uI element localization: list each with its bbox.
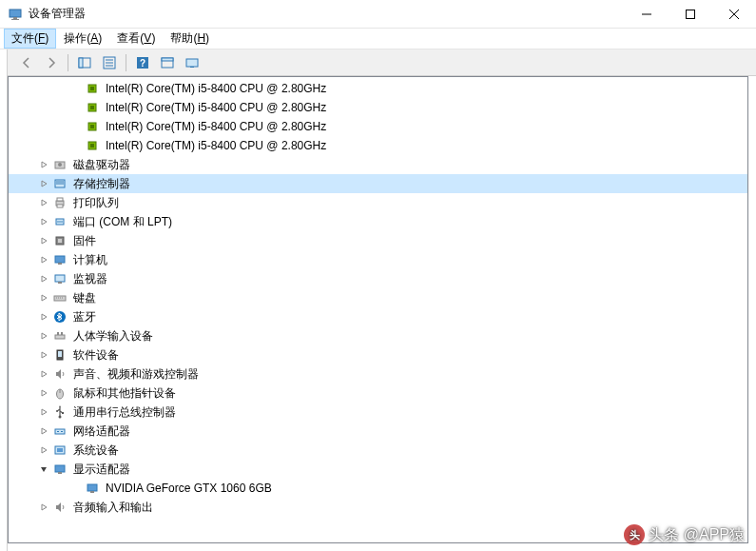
category-storage-controllers[interactable]: 存储控制器 xyxy=(9,174,747,193)
expander-icon[interactable] xyxy=(37,215,50,228)
bluetooth-icon xyxy=(52,309,68,325)
category-network[interactable]: 网络适配器 xyxy=(9,422,747,441)
tree-item-label: 计算机 xyxy=(71,251,109,269)
expander-icon[interactable] xyxy=(37,177,50,190)
forward-button[interactable] xyxy=(40,52,63,73)
expander-icon[interactable] xyxy=(37,329,50,343)
window-controls xyxy=(625,0,756,28)
expander-icon[interactable] xyxy=(37,158,50,171)
svg-rect-20 xyxy=(90,87,94,90)
expander-icon[interactable] xyxy=(37,501,50,514)
expander-icon[interactable] xyxy=(37,272,50,285)
category-display[interactable]: 显示适配器 xyxy=(9,460,747,479)
app-icon xyxy=(8,7,23,22)
close-button[interactable] xyxy=(712,0,756,29)
svg-rect-2 xyxy=(11,19,19,20)
category-usb[interactable]: 通用串行总线控制器 xyxy=(9,403,747,422)
display-icon xyxy=(85,481,100,496)
expander-icon[interactable] xyxy=(37,424,50,438)
tree-item-label: Intel(R) Core(TM) i5-8400 CPU @ 2.80GHz xyxy=(104,100,328,115)
svg-rect-8 xyxy=(79,58,83,68)
hid-icon xyxy=(52,328,68,344)
monitor-icon xyxy=(52,271,68,286)
svg-rect-61 xyxy=(55,465,65,472)
maximize-button[interactable] xyxy=(669,0,712,29)
svg-point-28 xyxy=(58,163,62,167)
category-audio-io[interactable]: 音频输入和输出 xyxy=(9,498,747,517)
category-hid[interactable]: 人体学输入设备 xyxy=(9,326,747,345)
view-button[interactable] xyxy=(181,52,204,73)
category-computer[interactable]: 计算机 xyxy=(9,250,747,269)
mouse-icon xyxy=(52,385,68,401)
expander-icon[interactable] xyxy=(37,405,50,419)
svg-point-34 xyxy=(57,221,59,223)
expander-icon[interactable] xyxy=(37,310,50,324)
sound-icon xyxy=(52,366,68,382)
svg-rect-64 xyxy=(90,491,94,493)
tree-item-label: 磁盘驱动器 xyxy=(71,156,132,174)
expander-icon[interactable] xyxy=(37,443,50,457)
cpu-core-item[interactable]: Intel(R) Core(TM) i5-8400 CPU @ 2.80GHz xyxy=(9,136,747,155)
computer-icon xyxy=(52,252,68,267)
tree-item-label: Intel(R) Core(TM) i5-8400 CPU @ 2.80GHz xyxy=(104,138,328,153)
disk-icon xyxy=(52,157,68,172)
show-hide-tree-button[interactable] xyxy=(73,52,96,73)
expander-icon[interactable] xyxy=(37,196,50,209)
menu-bar: 文件(F) 操作(A) 查看(V) 帮助(H) xyxy=(0,29,756,49)
category-mice[interactable]: 鼠标和其他指针设备 xyxy=(9,384,747,403)
svg-point-54 xyxy=(56,410,58,412)
category-keyboards[interactable]: 键盘 xyxy=(9,288,747,307)
scan-button[interactable] xyxy=(156,52,179,73)
cpu-core-item[interactable]: Intel(R) Core(TM) i5-8400 CPU @ 2.80GHz xyxy=(9,117,747,136)
device-tree-panel[interactable]: Intel(R) Core(TM) i5-8400 CPU @ 2.80GHzI… xyxy=(8,76,748,543)
svg-rect-57 xyxy=(57,431,59,432)
display-icon xyxy=(52,462,68,477)
expander-icon[interactable] xyxy=(37,253,50,266)
storage-icon xyxy=(52,176,68,191)
category-system[interactable]: 系统设备 xyxy=(9,441,747,460)
menu-action[interactable]: 操作(A) xyxy=(56,29,109,49)
category-bluetooth[interactable]: 蓝牙 xyxy=(9,307,747,326)
category-software-devices[interactable]: 软件设备 xyxy=(9,345,747,364)
category-sound[interactable]: 声音、视频和游戏控制器 xyxy=(9,364,747,384)
expander-icon[interactable] xyxy=(37,462,50,476)
minimize-button[interactable] xyxy=(625,0,669,29)
properties-button[interactable] xyxy=(98,52,121,73)
cpu-core-item[interactable]: Intel(R) Core(TM) i5-8400 CPU @ 2.80GHz xyxy=(9,79,747,98)
category-disk-drives[interactable]: 磁盘驱动器 xyxy=(9,155,747,174)
svg-rect-38 xyxy=(58,239,62,243)
menu-view[interactable]: 查看(V) xyxy=(109,29,163,49)
expander-icon[interactable] xyxy=(37,386,50,400)
svg-rect-50 xyxy=(58,351,62,357)
svg-rect-60 xyxy=(57,448,63,452)
expander-icon[interactable] xyxy=(37,291,50,305)
title-bar: 设备管理器 xyxy=(0,0,756,29)
expander-icon[interactable] xyxy=(37,348,50,362)
back-button[interactable] xyxy=(15,52,38,73)
tree-item-label: 固件 xyxy=(71,232,98,250)
port-icon xyxy=(52,214,68,229)
menu-help[interactable]: 帮助(H) xyxy=(163,29,217,49)
help-button[interactable]: ? xyxy=(131,52,154,73)
svg-rect-39 xyxy=(55,256,65,263)
svg-rect-24 xyxy=(90,125,94,128)
device-gpu-nvidia[interactable]: NVIDIA GeForce GTX 1060 6GB xyxy=(9,479,747,498)
firmware-icon xyxy=(52,233,68,248)
expander-icon[interactable] xyxy=(37,367,50,381)
tree-item-label: Intel(R) Core(TM) i5-8400 CPU @ 2.80GHz xyxy=(104,81,328,96)
svg-rect-56 xyxy=(55,429,65,434)
category-monitors[interactable]: 监视器 xyxy=(9,269,747,288)
network-icon xyxy=(52,423,68,439)
category-firmware[interactable]: 固件 xyxy=(9,231,747,250)
svg-rect-17 xyxy=(186,59,198,67)
tree-item-label: 打印队列 xyxy=(71,194,121,212)
svg-rect-41 xyxy=(55,275,65,282)
category-print-queues[interactable]: 打印队列 xyxy=(9,193,747,212)
expander-icon[interactable] xyxy=(37,234,50,247)
tree-item-label: 监视器 xyxy=(71,270,109,288)
menu-file[interactable]: 文件(F) xyxy=(4,29,56,49)
tree-item-label: 存储控制器 xyxy=(71,175,132,193)
svg-rect-26 xyxy=(90,144,94,148)
category-ports[interactable]: 端口 (COM 和 LPT) xyxy=(9,212,747,231)
cpu-core-item[interactable]: Intel(R) Core(TM) i5-8400 CPU @ 2.80GHz xyxy=(9,98,747,117)
